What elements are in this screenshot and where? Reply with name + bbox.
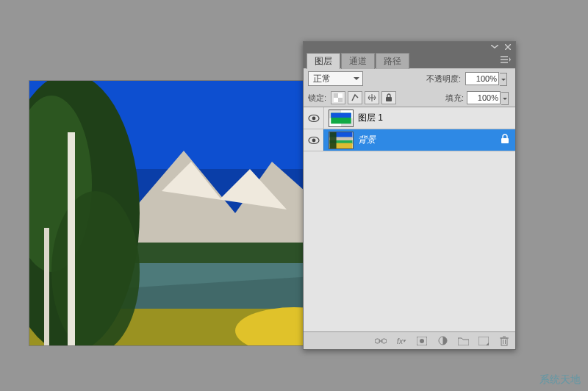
layer-thumbnail [329, 132, 354, 149]
visibility-toggle[interactable] [304, 129, 324, 151]
new-layer-icon[interactable] [477, 334, 490, 348]
layer-fx-icon[interactable]: fx▾ [395, 334, 408, 348]
lock-position-icon[interactable] [365, 91, 379, 104]
lock-all-icon[interactable] [381, 91, 396, 104]
close-icon[interactable] [503, 43, 512, 51]
watermark: 系统天地 [539, 373, 581, 387]
fill-label: 填充: [445, 93, 464, 104]
lock-transparency-icon[interactable] [331, 91, 345, 104]
fill-value: 100% [478, 93, 498, 102]
layer-row[interactable]: 背景 [304, 129, 515, 151]
svg-point-11 [51, 191, 140, 345]
blend-opacity-row: 正常 不透明度: 100% [304, 68, 515, 89]
tab-paths[interactable]: 路径 [376, 53, 409, 69]
layer-thumbnail [329, 110, 354, 127]
link-layers-icon[interactable] [374, 334, 387, 348]
opacity-field[interactable]: 100% [465, 72, 499, 85]
svg-point-21 [312, 116, 315, 120]
svg-point-28 [312, 138, 315, 142]
layer-mask-icon[interactable] [415, 334, 429, 348]
panel-tabs: 图层 通道 路径 [304, 52, 515, 68]
tab-layers[interactable]: 图层 [306, 53, 340, 69]
panel-menu-icon[interactable] [501, 53, 511, 68]
visibility-toggle[interactable] [304, 107, 324, 129]
svg-rect-18 [338, 98, 343, 102]
opacity-value: 100% [476, 74, 497, 83]
layer-name: 背景 [358, 134, 501, 146]
svg-rect-33 [329, 132, 336, 148]
svg-rect-34 [501, 138, 509, 143]
eye-icon [308, 136, 320, 145]
chevron-down-icon[interactable] [500, 73, 507, 86]
svg-point-39 [420, 339, 424, 343]
panel-footer: fx▾ [304, 331, 515, 349]
lock-pixels-icon[interactable] [348, 91, 362, 104]
eye-icon [308, 114, 320, 123]
new-group-icon[interactable] [456, 334, 470, 348]
panel-titlebar [304, 42, 515, 52]
blend-mode-select[interactable]: 正常 [308, 71, 363, 86]
svg-rect-19 [386, 97, 392, 101]
lock-label: 锁定: [308, 93, 326, 104]
layer-list: 图层 1 背景 [304, 107, 515, 331]
svg-rect-26 [331, 112, 351, 117]
lock-icon [501, 134, 509, 147]
layer-row[interactable]: 图层 1 [304, 107, 515, 129]
lock-fill-row: 锁定: 填充: 100% [304, 89, 515, 107]
collapse-icon[interactable] [490, 43, 499, 51]
chevron-down-icon[interactable] [501, 92, 509, 105]
svg-rect-17 [334, 93, 338, 98]
blend-mode-value: 正常 [313, 73, 331, 85]
adjustment-layer-icon[interactable] [436, 334, 449, 348]
svg-rect-42 [501, 338, 507, 345]
svg-rect-13 [44, 228, 49, 345]
tab-channels[interactable]: 通道 [341, 53, 375, 69]
delete-layer-icon[interactable] [498, 334, 511, 348]
svg-rect-12 [68, 132, 75, 345]
opacity-label: 不透明度: [426, 73, 461, 85]
layers-panel: 图层 通道 路径 正常 不透明度: 100% 锁定: [303, 41, 516, 350]
fill-field[interactable]: 100% [467, 91, 501, 104]
layer-name: 图层 1 [358, 112, 515, 124]
